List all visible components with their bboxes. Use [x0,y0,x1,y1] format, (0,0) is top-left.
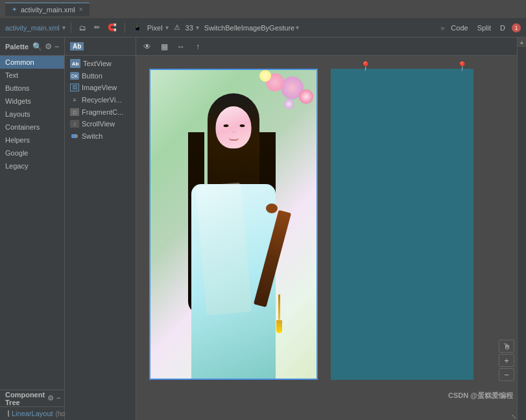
palette-item-legacy[interactable]: Legacy [0,159,64,172]
button-icon: OK [70,72,79,80]
widget-item-fragmentcontainer[interactable]: □ FragmentC... [65,106,136,118]
widget-item-imageview[interactable]: 🖼 ImageView [65,82,136,93]
tab-filename: activity_main.xml [21,6,75,14]
toolbar-separator-1 [71,23,71,33]
watermark: CSDN @蛋糕爱编程 [448,391,513,401]
widget-item-recyclerview[interactable]: ≡ RecyclerVi... [65,93,136,106]
widget-item-button[interactable]: OK Button [65,70,136,82]
palette-header: Palette 🔍 ⚙ − [0,38,64,56]
resize-btn[interactable]: ↔ [174,40,188,54]
phone-content [150,70,317,379]
phone-frame [149,69,318,380]
right-scrollbar: ▲ [517,38,526,420]
resize-handle[interactable]: ⤡ [511,413,516,420]
textview-label: TextView [83,60,112,67]
switch-thumb [71,134,75,138]
imageview-label: ImageView [82,84,117,91]
palette-title: Palette [5,43,29,51]
widget-item-scrollview[interactable]: ↕ ScrollView [65,118,136,130]
eye-btn[interactable]: 👁 [140,40,154,54]
palette-item-helpers[interactable]: Helpers [0,134,64,146]
eye-left [223,124,228,128]
filter-label: Ab [70,42,84,51]
scroll-up-btn[interactable]: ▲ [518,38,527,47]
main-layout: Palette 🔍 ⚙ − Common Text Buttons Widget… [0,38,526,420]
up-btn[interactable]: ↑ [191,40,205,54]
widget-list: Ab TextView OK Button 🖼 ImageView ≡ Recy… [65,56,136,144]
device-btn[interactable]: 📱 [130,22,145,33]
canvas-content: 📍 📍 [136,56,526,420]
xml-icon: ✦ [12,6,17,13]
textview-icon: Ab [70,59,80,68]
widget-item-switch[interactable]: Switch [65,130,136,143]
toolbar-separator-2 [125,23,125,33]
title-bar: ✦ activity_main.xml × [0,0,526,18]
pin-icon-left: 📍 [360,61,371,71]
eye-right [239,124,245,128]
palette-item-text[interactable]: Text [0,69,64,82]
design-d-btn[interactable]: D [497,23,508,33]
fragment-icon: □ [70,108,79,116]
warning-btn[interactable]: ⚠ [171,22,183,33]
dropdown-pixel-arrow[interactable]: ▾ [165,24,169,31]
palette-item-widgets[interactable]: Widgets [0,95,64,108]
tab-close-button[interactable]: × [79,6,83,13]
recyclerview-label: RecyclerVi... [82,96,122,104]
component-tree-header: Component Tree ⚙ − [0,390,64,407]
zoom-controls: 🖱 + − [499,340,514,381]
file-tab[interactable]: ✦ activity_main.xml × [5,3,90,16]
scrollview-icon: ↕ [70,120,79,128]
grid-btn[interactable]: ▦ [157,40,171,54]
toolbar-filename: activity_main.xml [5,24,60,32]
split-btn[interactable]: Split [475,23,494,33]
zoom-mouse-btn[interactable]: 🖱 [499,340,514,353]
face [216,106,252,148]
app-arrow[interactable]: ▾ [296,24,299,31]
palette-search-icon[interactable]: 🔍 [32,42,42,51]
switch-label: Switch [82,132,102,140]
error-badge: 1 [512,23,521,32]
flower-4 [259,70,271,82]
layer-icon-btn[interactable]: 🗂 [77,23,89,33]
mouth [228,137,239,141]
palette-items-list: Common Text Buttons Widgets Layouts Cont… [0,56,64,390]
canvas-toolbar: 👁 ▦ ↔ ↑ [136,38,526,56]
palette-settings-icon[interactable]: ⚙ [45,42,52,51]
palette-item-common[interactable]: Common [0,56,64,69]
code-btn[interactable]: Code [448,23,470,33]
app-label: SwitchBelleImageByGesture [204,24,294,32]
toolbar-dropdown-arrow[interactable]: ▾ [62,24,66,31]
tree-minus-icon[interactable]: − [56,394,60,402]
recyclerview-icon: ≡ [70,95,79,104]
instrument-top [266,204,278,213]
pen-tool-btn[interactable]: ✏ [91,22,102,33]
component-tree-section: Component Tree ⚙ − LinearLayout (horizon… [0,390,64,420]
zoom-minus-btn[interactable]: − [499,368,514,381]
palette-item-buttons[interactable]: Buttons [0,82,64,95]
switch-icon [70,132,79,141]
palette-panel: Palette 🔍 ⚙ − Common Text Buttons Widget… [0,38,65,420]
root-layout-label: LinearLayout [12,410,53,417]
button-label: Button [82,72,102,80]
magnet-btn[interactable]: 🧲 [105,22,119,33]
palette-item-containers[interactable]: Containers [0,121,64,134]
zoom-level: 33 [185,24,193,32]
linear-layout-icon [8,410,9,417]
pixel-label: Pixel [147,24,163,32]
component-tree-title: Component Tree [5,391,45,406]
widget-item-textview[interactable]: Ab TextView [65,57,136,70]
palette-item-layouts[interactable]: Layouts [0,108,64,121]
component-tree-root-item[interactable]: LinearLayout (horizontal) [0,407,64,420]
widget-panel: Ab Ab TextView OK Button 🖼 ImageView ≡ R… [65,38,136,420]
zoom-arrow[interactable]: ▾ [196,24,199,31]
flower-5 [284,99,294,109]
nose [232,131,235,133]
fragment-label: FragmentC... [82,108,123,116]
tassels [278,294,280,320]
palette-item-google[interactable]: Google [0,146,64,159]
toolbar-right: » Code Split D 1 [440,23,521,33]
tree-settings-icon[interactable]: ⚙ [47,394,54,402]
zoom-plus-btn[interactable]: + [499,354,514,367]
palette-minus-icon[interactable]: − [54,42,59,51]
app-selector-btn[interactable]: SwitchBelleImageByGesture ▾ [202,23,302,33]
